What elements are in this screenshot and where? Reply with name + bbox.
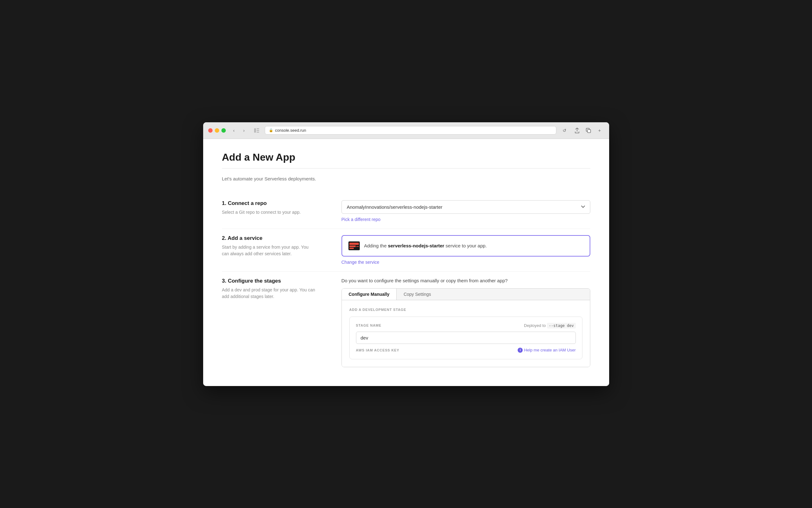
steps-container: 1. Connect a repo Select a Git repo to c…: [222, 194, 590, 374]
step-2-left: 2. Add a service Start by adding a servi…: [222, 235, 316, 257]
step-3-row: 3. Configure the stages Add a dev and pr…: [222, 271, 590, 374]
step-1-row: 1. Connect a repo Select a Git repo to c…: [222, 194, 590, 229]
change-service-link[interactable]: Change the service: [341, 260, 379, 265]
service-text: Adding the serverless-nodejs-starter ser…: [364, 243, 487, 248]
svg-rect-1: [257, 128, 259, 129]
step-1-description: Select a Git repo to connect to your app…: [222, 209, 316, 216]
page-divider: [222, 168, 590, 169]
stage-card: STAGE NAME Deployed to --stage dev AWS I…: [350, 316, 582, 359]
tabs-container: Configure Manually Copy Settings ADD A D…: [341, 288, 590, 367]
stage-card-header: STAGE NAME Deployed to --stage dev: [356, 323, 576, 328]
aws-iam-label: AWS IAM ACCESS KEY: [356, 348, 399, 352]
browser-actions: +: [573, 126, 604, 135]
dev-stage-section-title: ADD A DEVELOPMENT STAGE: [350, 308, 582, 311]
step-2-right: Adding the serverless-nodejs-starter ser…: [341, 235, 590, 265]
svg-rect-7: [350, 243, 359, 245]
svg-rect-8: [350, 246, 356, 247]
minimize-button[interactable]: [215, 128, 219, 133]
close-button[interactable]: [208, 128, 213, 133]
lock-icon: 🔒: [269, 128, 273, 132]
step-3-description: Add a dev and prod stage for your app. Y…: [222, 287, 316, 300]
info-icon: i: [518, 348, 523, 353]
step-1-left: 1. Connect a repo Select a Git repo to c…: [222, 200, 316, 216]
step-1-right: AnomalyInnovations/serverless-nodejs-sta…: [341, 200, 590, 222]
aws-section: AWS IAM ACCESS KEY i Help me create an I…: [356, 348, 576, 353]
stage-name-label: STAGE NAME: [356, 324, 381, 327]
step-2-description: Start by adding a service from your app.…: [222, 244, 316, 257]
pick-different-repo-link[interactable]: Pick a different repo: [341, 217, 380, 222]
forward-button[interactable]: ›: [240, 126, 248, 135]
tab-copy-settings[interactable]: Copy Settings: [397, 289, 438, 300]
service-box: Adding the serverless-nodejs-starter ser…: [341, 235, 590, 256]
maximize-button[interactable]: [221, 128, 226, 133]
step-2-title: 2. Add a service: [222, 235, 316, 242]
page-subtitle: Let's automate your Serverless deploymen…: [222, 176, 590, 181]
page-title: Add a New App: [222, 152, 590, 163]
share-button[interactable]: [573, 126, 581, 135]
address-bar[interactable]: 🔒 console.seed.run: [265, 126, 556, 134]
page-content: Add a New App Let's automate your Server…: [203, 139, 609, 386]
browser-chrome: ‹ › 🔒 console.seed.run ↺: [203, 122, 609, 139]
svg-rect-5: [587, 129, 591, 133]
nav-buttons: ‹ ›: [230, 126, 248, 135]
stage-name-input[interactable]: [356, 332, 576, 344]
browser-window: ‹ › 🔒 console.seed.run ↺: [203, 122, 609, 386]
back-button[interactable]: ‹: [230, 126, 238, 135]
svg-rect-3: [257, 132, 259, 133]
traffic-lights: [208, 128, 226, 133]
step-3-left: 3. Configure the stages Add a dev and pr…: [222, 278, 316, 300]
new-tab-button[interactable]: +: [595, 126, 604, 135]
sidebar-button[interactable]: [252, 126, 261, 135]
serverless-icon: [349, 242, 360, 250]
svg-rect-2: [257, 130, 259, 131]
reload-button[interactable]: ↺: [560, 126, 569, 135]
deployed-to: Deployed to --stage dev: [524, 323, 575, 328]
step-3-right: Do you want to configure the settings ma…: [341, 278, 590, 367]
tab-content: ADD A DEVELOPMENT STAGE STAGE NAME Deplo…: [342, 300, 590, 367]
tabs-header: Configure Manually Copy Settings: [342, 289, 590, 300]
step-1-title: 1. Connect a repo: [222, 200, 316, 207]
step-3-title: 3. Configure the stages: [222, 278, 316, 284]
svg-rect-0: [254, 128, 256, 133]
tab-configure-manually[interactable]: Configure Manually: [342, 289, 397, 300]
svg-rect-9: [350, 248, 354, 249]
repo-select[interactable]: AnomalyInnovations/serverless-nodejs-sta…: [341, 200, 590, 214]
step-2-row: 2. Add a service Start by adding a servi…: [222, 229, 590, 271]
help-iam-link[interactable]: i Help me create an IAM User: [518, 348, 575, 353]
url-text: console.seed.run: [275, 128, 306, 133]
new-window-button[interactable]: [584, 126, 593, 135]
configure-question: Do you want to configure the settings ma…: [341, 278, 590, 283]
